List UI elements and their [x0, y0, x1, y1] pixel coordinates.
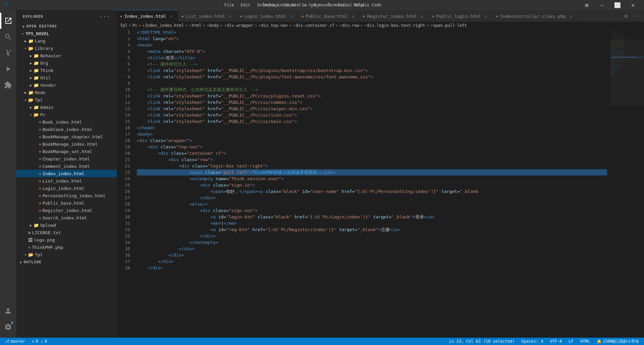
tab-close-register-index[interactable]: ✕ [419, 13, 425, 19]
status-errors[interactable]: ✕ 0 ⚠ 0 [31, 338, 48, 345]
tab-close-public-login[interactable]: ✕ [483, 13, 489, 19]
open-editors-section[interactable]: ▶ OPEN EDITORS [16, 21, 117, 30]
activity-search[interactable] [0, 29, 16, 45]
sidebar-item-bookmanage-chapter[interactable]: ◈ BookManage_chapter.html [16, 133, 117, 140]
sidebar-item-index-index[interactable]: ◈ Index_index.html [16, 170, 117, 177]
sidebar-item-license[interactable]: ≡ LICENSE.txt [16, 229, 117, 236]
status-feedback[interactable]: 🔔 CSDN@江国的小学生 [595, 338, 641, 345]
sidebar-item-personsetting-index[interactable]: ◈ PersonSetting_index.html [16, 192, 117, 199]
activity-extensions[interactable] [0, 77, 16, 93]
breadcrumb-body[interactable]: ⊲ body [207, 23, 219, 28]
tab-indexcontroller[interactable]: ◈ IndexController.class.php ✕ [493, 10, 578, 22]
logo-label: logo.png [34, 237, 55, 243]
sidebar-item-util[interactable]: ▶ 📁 Util [16, 74, 117, 81]
breadcrumb-tpl[interactable]: Tpl [120, 23, 127, 28]
sidebar-item-behavior[interactable]: ▶ 📁 Behavior [16, 52, 117, 59]
split-editor-button[interactable]: ⊡ [622, 13, 630, 19]
breadcrumb-pc[interactable]: Pc [132, 23, 137, 28]
maximize-button[interactable]: ⬜ [610, 0, 625, 10]
tab-close-index-index[interactable]: ✕ [168, 13, 174, 19]
line-number: 18 [117, 137, 130, 144]
sidebar-item-upload[interactable]: ▶ 📁 Upload [16, 221, 117, 229]
breadcrumb-loginbox[interactable]: ⊲ div.login-box.text-right [364, 23, 425, 28]
sidebar-item-tpl-second[interactable]: ▾ 📂 Tpl [16, 251, 117, 258]
layout-icon[interactable]: ⊞ [579, 0, 594, 10]
tab-login-index[interactable]: ◈ Login_index.html ✕ [237, 10, 298, 22]
line-number: 4 [117, 48, 130, 55]
tab-public-base[interactable]: ◈ Public_base.html ✕ [298, 10, 360, 22]
breadcrumb-html[interactable]: ⊲ html [189, 23, 201, 28]
folder-open-icon-tpl2: 📂 [28, 252, 34, 257]
status-position[interactable]: Ln 23, Col 63 (18 selected) [448, 338, 516, 345]
sidebar-item-lang[interactable]: ▶ 📁 Lang [16, 37, 117, 45]
line-number: 31 [117, 220, 130, 226]
sidebar-item-public-base[interactable]: ◈ Public_base.html [16, 199, 117, 207]
sidebar-item-logo[interactable]: 🖼 logo.png [16, 236, 117, 244]
sidebar-item-library[interactable]: ▾ 📂 Library [16, 45, 117, 52]
code-line: </div> [137, 233, 607, 239]
menu-file[interactable]: File [222, 2, 237, 8]
breadcrumb-span[interactable]: ⊲ span.pull-left [430, 23, 467, 28]
sidebar-item-login-index[interactable]: ◈ Login_index.html [16, 185, 117, 192]
activity-explorer[interactable] [0, 13, 16, 29]
activity-run[interactable] [0, 61, 16, 77]
tab-register-index[interactable]: ◈ Register_index.html ✕ [360, 10, 429, 22]
code-line: </div> [137, 252, 607, 258]
window-controls: ⊞ — ⬜ ✕ [579, 0, 641, 10]
code-content[interactable]: <!DOCTYPE html><html lang="en"><head> <m… [133, 29, 610, 338]
breadcrumb-wrapper[interactable]: ⊲ div.wrapper [224, 23, 254, 28]
close-button[interactable]: ✕ [625, 0, 641, 10]
breadcrumb-file[interactable]: ◈ Index_index.html [143, 23, 184, 28]
git-branch-icon: ⎇ [5, 339, 9, 344]
sidebar-item-org[interactable]: ▶ 📁 Org [16, 59, 117, 67]
outline-header[interactable]: ▶ OUTLINE [16, 259, 117, 266]
outline-section: ▶ OUTLINE [16, 258, 117, 266]
html-file-icon: ◈ [39, 194, 41, 198]
minimap[interactable]: <html lang="en"> <head> <meta charset="U… [610, 29, 644, 338]
feedback-text: CSDN@江国的小学生 [603, 339, 639, 344]
breadcrumb-topnav[interactable]: ⊲ div.top-nav [259, 23, 288, 28]
tab-html-icon: ◈ [181, 14, 184, 18]
sidebar-item-pc[interactable]: ▾ 📂 Pc [16, 111, 117, 118]
status-encoding[interactable]: UTF-8 [548, 338, 563, 345]
sidebar-item-book-index[interactable]: ◈ Book_index.html [16, 118, 117, 126]
sidebar-item-tpl[interactable]: ▾ 📂 Tpl [16, 96, 117, 104]
sidebar-item-search-index[interactable]: ◈ Search_index.html [16, 214, 117, 221]
sidebar-item-bookcase-index[interactable]: ◈ BookCase_index.html [16, 126, 117, 133]
tab-close-indexcontroller[interactable]: ✕ [568, 13, 574, 19]
activity-source-control[interactable] [0, 45, 16, 61]
tab-html-icon: ◈ [302, 14, 304, 18]
minimize-button[interactable]: — [594, 0, 610, 10]
breadcrumb-container[interactable]: ⊲ div.container.cf [293, 23, 334, 28]
sidebar-item-vendor[interactable]: ▶ 📁 Vendor [16, 81, 117, 89]
tab-list-index[interactable]: ◈ List_index.html ✕ [178, 10, 237, 22]
sidebar-item-think[interactable]: ▶ 📁 Think [16, 67, 117, 74]
status-spaces[interactable]: Spaces: 4 [520, 338, 544, 345]
tab-index-index[interactable]: ◈ Index_index.html ✕ [117, 10, 178, 22]
sidebar-item-mode[interactable]: ▶ 📁 Mode [16, 89, 117, 96]
tab-close-login-index[interactable]: ✕ [288, 13, 294, 19]
status-language[interactable]: HTML [579, 338, 591, 345]
sidebar-item-comment-index[interactable]: ◈ Comment_index.html [16, 162, 117, 170]
sidebar-item-register-index[interactable]: ◈ Register_index.html [16, 207, 117, 214]
status-line-ending[interactable]: LF [568, 338, 575, 345]
activity-account[interactable] [0, 303, 16, 319]
tab-close-list-index[interactable]: ✕ [227, 13, 233, 19]
code-line: </head> [137, 125, 607, 131]
sidebar-item-list-index[interactable]: ◈ List_index.html [16, 177, 117, 185]
tab-close-public-base[interactable]: ✕ [350, 13, 356, 19]
tab-public-login[interactable]: ◈ Public_login.html ✕ [429, 10, 493, 22]
png-file-icon: 🖼 [28, 237, 33, 243]
sidebar-item-bookmanage-index[interactable]: ◈ BookManage_index.html [16, 140, 117, 148]
more-tabs-button[interactable]: ··· [630, 13, 644, 19]
sidebar-item-bookmanage-set[interactable]: ◈ BookManage_set.html [16, 148, 117, 155]
sidebar-item-chapter-index[interactable]: ◈ Chapter_index.html [16, 155, 117, 162]
breadcrumb-row[interactable]: ⊲ div.row [339, 23, 359, 28]
status-branch[interactable]: ⎇ master [3, 338, 26, 345]
activity-settings[interactable]: 1 [0, 319, 16, 335]
project-root[interactable]: ▾ TP5_NOVEL [16, 30, 117, 37]
menu-edit[interactable]: Edit [238, 2, 253, 8]
sidebar-item-admin[interactable]: ▶ 📁 Admin [16, 104, 117, 111]
more-actions-icon[interactable]: ··· [99, 13, 110, 20]
sidebar-item-thinkphp[interactable]: ◈ ThinkPHP.php [16, 244, 117, 251]
